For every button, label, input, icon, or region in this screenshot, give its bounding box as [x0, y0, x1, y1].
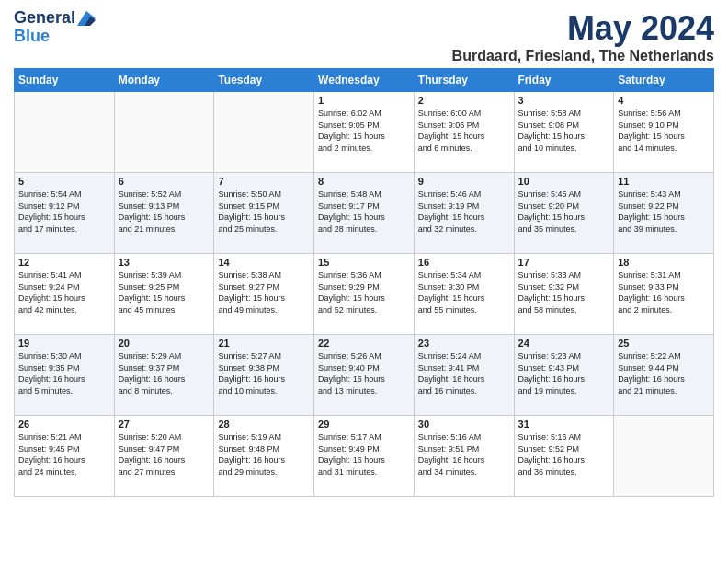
day-info: Sunrise: 5:20 AM Sunset: 9:47 PM Dayligh… — [119, 431, 210, 477]
calendar-week-row: 26Sunrise: 5:21 AM Sunset: 9:45 PM Dayli… — [15, 416, 714, 497]
calendar-cell: 14Sunrise: 5:38 AM Sunset: 9:27 PM Dayli… — [214, 254, 314, 335]
calendar-cell: 31Sunrise: 5:16 AM Sunset: 9:52 PM Dayli… — [514, 416, 614, 497]
calendar-week-row: 1Sunrise: 6:02 AM Sunset: 9:05 PM Daylig… — [15, 92, 714, 173]
header-monday: Monday — [114, 69, 214, 92]
day-number: 22 — [318, 338, 410, 349]
day-info: Sunrise: 5:43 AM Sunset: 9:22 PM Dayligh… — [618, 189, 710, 235]
calendar-cell: 11Sunrise: 5:43 AM Sunset: 9:22 PM Dayli… — [614, 173, 714, 254]
day-number: 18 — [618, 257, 710, 268]
calendar-cell — [214, 92, 314, 173]
calendar-cell: 16Sunrise: 5:34 AM Sunset: 9:30 PM Dayli… — [414, 254, 514, 335]
logo-blue: Blue — [14, 28, 50, 46]
day-info: Sunrise: 5:17 AM Sunset: 9:49 PM Dayligh… — [318, 431, 410, 477]
day-info: Sunrise: 5:46 AM Sunset: 9:19 PM Dayligh… — [418, 189, 510, 235]
day-info: Sunrise: 5:19 AM Sunset: 9:48 PM Dayligh… — [218, 431, 310, 477]
month-title: May 2024 — [452, 9, 714, 48]
day-info: Sunrise: 5:38 AM Sunset: 9:27 PM Dayligh… — [218, 270, 310, 316]
day-number: 26 — [18, 419, 110, 430]
calendar-cell: 19Sunrise: 5:30 AM Sunset: 9:35 PM Dayli… — [15, 335, 115, 416]
calendar-cell: 10Sunrise: 5:45 AM Sunset: 9:20 PM Dayli… — [514, 173, 614, 254]
day-info: Sunrise: 5:39 AM Sunset: 9:25 PM Dayligh… — [119, 270, 210, 316]
day-number: 4 — [618, 95, 710, 106]
calendar-cell: 7Sunrise: 5:50 AM Sunset: 9:15 PM Daylig… — [214, 173, 314, 254]
header-tuesday: Tuesday — [214, 69, 314, 92]
calendar-cell — [614, 416, 714, 497]
calendar-table: SundayMondayTuesdayWednesdayThursdayFrid… — [14, 68, 714, 497]
day-number: 29 — [318, 419, 410, 430]
day-info: Sunrise: 6:02 AM Sunset: 9:05 PM Dayligh… — [318, 108, 410, 154]
calendar-week-row: 5Sunrise: 5:54 AM Sunset: 9:12 PM Daylig… — [15, 173, 714, 254]
day-number: 31 — [518, 419, 610, 430]
day-number: 7 — [218, 176, 310, 187]
day-info: Sunrise: 5:41 AM Sunset: 9:24 PM Dayligh… — [18, 270, 110, 316]
day-number: 24 — [518, 338, 610, 349]
day-number: 19 — [18, 338, 110, 349]
day-number: 1 — [318, 95, 410, 106]
calendar-cell: 20Sunrise: 5:29 AM Sunset: 9:37 PM Dayli… — [114, 335, 214, 416]
day-number: 30 — [418, 419, 510, 430]
calendar-cell: 27Sunrise: 5:20 AM Sunset: 9:47 PM Dayli… — [114, 416, 214, 497]
logo: General Blue — [14, 9, 96, 46]
day-info: Sunrise: 5:31 AM Sunset: 9:33 PM Dayligh… — [618, 270, 710, 316]
day-info: Sunrise: 5:16 AM Sunset: 9:52 PM Dayligh… — [518, 431, 610, 477]
calendar-cell — [15, 92, 115, 173]
day-number: 8 — [318, 176, 410, 187]
calendar-cell: 29Sunrise: 5:17 AM Sunset: 9:49 PM Dayli… — [314, 416, 415, 497]
calendar-cell: 30Sunrise: 5:16 AM Sunset: 9:51 PM Dayli… — [414, 416, 514, 497]
day-number: 13 — [119, 257, 210, 268]
header-friday: Friday — [514, 69, 614, 92]
header-saturday: Saturday — [614, 69, 714, 92]
day-info: Sunrise: 5:24 AM Sunset: 9:41 PM Dayligh… — [418, 350, 510, 396]
day-number: 27 — [119, 419, 210, 430]
day-info: Sunrise: 5:30 AM Sunset: 9:35 PM Dayligh… — [18, 350, 110, 396]
calendar-cell: 23Sunrise: 5:24 AM Sunset: 9:41 PM Dayli… — [414, 335, 514, 416]
day-info: Sunrise: 5:58 AM Sunset: 9:08 PM Dayligh… — [518, 108, 610, 154]
day-info: Sunrise: 6:00 AM Sunset: 9:06 PM Dayligh… — [418, 108, 510, 154]
day-info: Sunrise: 5:50 AM Sunset: 9:15 PM Dayligh… — [218, 189, 310, 235]
calendar-cell: 22Sunrise: 5:26 AM Sunset: 9:40 PM Dayli… — [314, 335, 415, 416]
logo-general: General — [14, 9, 75, 28]
day-number: 21 — [218, 338, 310, 349]
calendar-cell: 5Sunrise: 5:54 AM Sunset: 9:12 PM Daylig… — [15, 173, 115, 254]
day-info: Sunrise: 5:33 AM Sunset: 9:32 PM Dayligh… — [518, 270, 610, 316]
calendar-week-row: 12Sunrise: 5:41 AM Sunset: 9:24 PM Dayli… — [15, 254, 714, 335]
calendar-cell: 24Sunrise: 5:23 AM Sunset: 9:43 PM Dayli… — [514, 335, 614, 416]
calendar-cell: 8Sunrise: 5:48 AM Sunset: 9:17 PM Daylig… — [314, 173, 415, 254]
day-info: Sunrise: 5:45 AM Sunset: 9:20 PM Dayligh… — [518, 189, 610, 235]
calendar-cell: 18Sunrise: 5:31 AM Sunset: 9:33 PM Dayli… — [614, 254, 714, 335]
day-info: Sunrise: 5:54 AM Sunset: 9:12 PM Dayligh… — [18, 189, 110, 235]
day-number: 5 — [18, 176, 110, 187]
calendar-cell — [114, 92, 214, 173]
day-number: 3 — [518, 95, 610, 106]
day-number: 12 — [18, 257, 110, 268]
header-thursday: Thursday — [414, 69, 514, 92]
calendar-cell: 9Sunrise: 5:46 AM Sunset: 9:19 PM Daylig… — [414, 173, 514, 254]
day-info: Sunrise: 5:26 AM Sunset: 9:40 PM Dayligh… — [318, 350, 410, 396]
day-number: 16 — [418, 257, 510, 268]
day-info: Sunrise: 5:29 AM Sunset: 9:37 PM Dayligh… — [119, 350, 210, 396]
calendar-header-row: SundayMondayTuesdayWednesdayThursdayFrid… — [15, 69, 714, 92]
calendar-cell: 25Sunrise: 5:22 AM Sunset: 9:44 PM Dayli… — [614, 335, 714, 416]
logo-icon — [77, 11, 96, 26]
day-info: Sunrise: 5:27 AM Sunset: 9:38 PM Dayligh… — [218, 350, 310, 396]
day-info: Sunrise: 5:22 AM Sunset: 9:44 PM Dayligh… — [618, 350, 710, 396]
calendar-cell: 13Sunrise: 5:39 AM Sunset: 9:25 PM Dayli… — [114, 254, 214, 335]
day-number: 9 — [418, 176, 510, 187]
day-info: Sunrise: 5:52 AM Sunset: 9:13 PM Dayligh… — [119, 189, 210, 235]
day-number: 6 — [119, 176, 210, 187]
day-number: 10 — [518, 176, 610, 187]
day-number: 25 — [618, 338, 710, 349]
location-title: Burdaard, Friesland, The Netherlands — [452, 48, 714, 64]
day-number: 11 — [618, 176, 710, 187]
title-block: May 2024 Burdaard, Friesland, The Nether… — [452, 9, 714, 64]
day-info: Sunrise: 5:16 AM Sunset: 9:51 PM Dayligh… — [418, 431, 510, 477]
calendar-cell: 21Sunrise: 5:27 AM Sunset: 9:38 PM Dayli… — [214, 335, 314, 416]
day-number: 20 — [119, 338, 210, 349]
calendar-cell: 17Sunrise: 5:33 AM Sunset: 9:32 PM Dayli… — [514, 254, 614, 335]
header-sunday: Sunday — [15, 69, 115, 92]
calendar-cell: 3Sunrise: 5:58 AM Sunset: 9:08 PM Daylig… — [514, 92, 614, 173]
page-header: General Blue May 2024 Burdaard, Frieslan… — [14, 9, 714, 64]
header-wednesday: Wednesday — [314, 69, 415, 92]
day-info: Sunrise: 5:34 AM Sunset: 9:30 PM Dayligh… — [418, 270, 510, 316]
day-number: 14 — [218, 257, 310, 268]
